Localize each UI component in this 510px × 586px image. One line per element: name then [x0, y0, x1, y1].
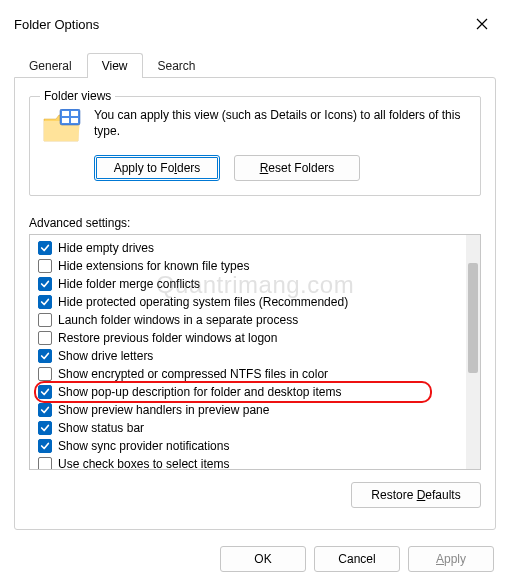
close-button[interactable]	[468, 10, 496, 38]
checkbox[interactable]	[38, 277, 52, 291]
advanced-item-label: Hide empty drives	[58, 241, 154, 255]
advanced-item[interactable]: Show sync provider notifications	[38, 437, 460, 455]
scrollbar[interactable]	[466, 235, 480, 469]
restore-defaults-button[interactable]: Restore Defaults	[351, 482, 481, 508]
advanced-item-label: Use check boxes to select items	[58, 457, 229, 469]
advanced-item[interactable]: Hide extensions for known file types	[38, 257, 460, 275]
advanced-settings-list[interactable]: Hide empty drivesHide extensions for kno…	[30, 235, 466, 469]
tab-view[interactable]: View	[87, 53, 143, 78]
checkbox[interactable]	[38, 331, 52, 345]
titlebar: Folder Options	[0, 0, 510, 46]
cancel-button[interactable]: Cancel	[314, 546, 400, 572]
dialog-title: Folder Options	[14, 17, 99, 32]
advanced-item-label: Show drive letters	[58, 349, 153, 363]
advanced-item[interactable]: Show preview handlers in preview pane	[38, 401, 460, 419]
advanced-item[interactable]: Hide empty drives	[38, 239, 460, 257]
checkbox[interactable]	[38, 349, 52, 363]
apply-button[interactable]: Apply	[408, 546, 494, 572]
advanced-item-label: Restore previous folder windows at logon	[58, 331, 277, 345]
checkbox[interactable]	[38, 367, 52, 381]
advanced-item-label: Show sync provider notifications	[58, 439, 229, 453]
tab-search[interactable]: Search	[143, 53, 211, 78]
advanced-item[interactable]: Launch folder windows in a separate proc…	[38, 311, 460, 329]
dialog-footer: OK Cancel Apply	[0, 540, 510, 586]
advanced-item-label: Show status bar	[58, 421, 144, 435]
advanced-item[interactable]: Show status bar	[38, 419, 460, 437]
folder-views-legend: Folder views	[40, 89, 115, 103]
svg-rect-1	[62, 111, 69, 116]
advanced-item[interactable]: Restore previous folder windows at logon	[38, 329, 460, 347]
advanced-item[interactable]: Show encrypted or compressed NTFS files …	[38, 365, 460, 383]
checkbox[interactable]	[38, 421, 52, 435]
advanced-item[interactable]: Use check boxes to select items	[38, 455, 460, 469]
svg-rect-4	[71, 118, 78, 123]
apply-to-folders-button[interactable]: Apply to Folders	[94, 155, 220, 181]
scrollbar-thumb[interactable]	[468, 263, 478, 373]
advanced-item-label: Launch folder windows in a separate proc…	[58, 313, 298, 327]
advanced-item-label: Hide folder merge conflicts	[58, 277, 200, 291]
tab-panel-view: Quantrimang.com Folder views	[14, 77, 496, 530]
tabstrip: General View Search	[14, 52, 496, 77]
folder-options-dialog: Folder Options General View Search Quant…	[0, 0, 510, 586]
advanced-item[interactable]: Show drive letters	[38, 347, 460, 365]
advanced-settings-label: Advanced settings:	[29, 216, 481, 230]
checkbox[interactable]	[38, 439, 52, 453]
svg-rect-2	[71, 111, 78, 116]
checkbox[interactable]	[38, 457, 52, 469]
dialog-body: General View Search Quantrimang.com Fold…	[0, 46, 510, 540]
reset-folders-button[interactable]: Reset Folders	[234, 155, 360, 181]
advanced-item-label: Show pop-up description for folder and d…	[58, 385, 342, 399]
advanced-settings-box: Hide empty drivesHide extensions for kno…	[29, 234, 481, 470]
checkbox[interactable]	[38, 259, 52, 273]
advanced-item-label: Show encrypted or compressed NTFS files …	[58, 367, 328, 381]
advanced-item-label: Hide extensions for known file types	[58, 259, 249, 273]
checkbox[interactable]	[38, 241, 52, 255]
tab-general[interactable]: General	[14, 53, 87, 78]
folder-icon	[42, 109, 82, 145]
folder-views-text: You can apply this view (such as Details…	[94, 107, 468, 139]
checkbox[interactable]	[38, 403, 52, 417]
advanced-item-label: Hide protected operating system files (R…	[58, 295, 348, 309]
advanced-item[interactable]: Show pop-up description for folder and d…	[38, 383, 460, 401]
checkbox[interactable]	[38, 313, 52, 327]
advanced-item-label: Show preview handlers in preview pane	[58, 403, 269, 417]
checkbox[interactable]	[38, 295, 52, 309]
advanced-item[interactable]: Hide protected operating system files (R…	[38, 293, 460, 311]
checkbox[interactable]	[38, 385, 52, 399]
ok-button[interactable]: OK	[220, 546, 306, 572]
advanced-item[interactable]: Hide folder merge conflicts	[38, 275, 460, 293]
svg-rect-3	[62, 118, 69, 123]
folder-views-group: Folder views You can apply t	[29, 96, 481, 196]
close-icon	[476, 18, 488, 30]
